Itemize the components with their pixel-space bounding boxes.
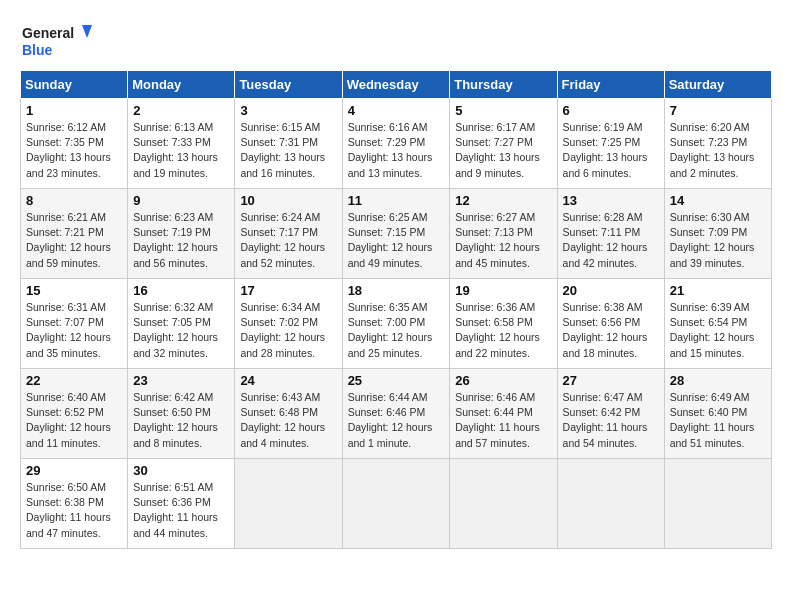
cell-content: Sunrise: 6:25 AMSunset: 7:15 PMDaylight:… bbox=[348, 210, 445, 271]
calendar-table: SundayMondayTuesdayWednesdayThursdayFrid… bbox=[20, 70, 772, 549]
cell-content: Sunrise: 6:43 AMSunset: 6:48 PMDaylight:… bbox=[240, 390, 336, 451]
calendar-cell: 25Sunrise: 6:44 AMSunset: 6:46 PMDayligh… bbox=[342, 369, 450, 459]
weekday-header: Friday bbox=[557, 71, 664, 99]
cell-content: Sunrise: 6:24 AMSunset: 7:17 PMDaylight:… bbox=[240, 210, 336, 271]
cell-content: Sunrise: 6:23 AMSunset: 7:19 PMDaylight:… bbox=[133, 210, 229, 271]
calendar-cell: 21Sunrise: 6:39 AMSunset: 6:54 PMDayligh… bbox=[664, 279, 771, 369]
cell-content: Sunrise: 6:50 AMSunset: 6:38 PMDaylight:… bbox=[26, 480, 122, 541]
cell-content: Sunrise: 6:30 AMSunset: 7:09 PMDaylight:… bbox=[670, 210, 766, 271]
calendar-cell: 28Sunrise: 6:49 AMSunset: 6:40 PMDayligh… bbox=[664, 369, 771, 459]
weekday-header: Thursday bbox=[450, 71, 557, 99]
calendar-cell: 4Sunrise: 6:16 AMSunset: 7:29 PMDaylight… bbox=[342, 99, 450, 189]
day-number: 29 bbox=[26, 463, 122, 478]
cell-content: Sunrise: 6:28 AMSunset: 7:11 PMDaylight:… bbox=[563, 210, 659, 271]
svg-text:General: General bbox=[22, 25, 74, 41]
cell-content: Sunrise: 6:36 AMSunset: 6:58 PMDaylight:… bbox=[455, 300, 551, 361]
calendar-cell: 20Sunrise: 6:38 AMSunset: 6:56 PMDayligh… bbox=[557, 279, 664, 369]
calendar-cell: 29Sunrise: 6:50 AMSunset: 6:38 PMDayligh… bbox=[21, 459, 128, 549]
calendar-header-row: SundayMondayTuesdayWednesdayThursdayFrid… bbox=[21, 71, 772, 99]
calendar-cell: 1Sunrise: 6:12 AMSunset: 7:35 PMDaylight… bbox=[21, 99, 128, 189]
calendar-cell: 27Sunrise: 6:47 AMSunset: 6:42 PMDayligh… bbox=[557, 369, 664, 459]
logo-icon: GeneralBlue bbox=[20, 20, 100, 60]
cell-content: Sunrise: 6:42 AMSunset: 6:50 PMDaylight:… bbox=[133, 390, 229, 451]
cell-content: Sunrise: 6:47 AMSunset: 6:42 PMDaylight:… bbox=[563, 390, 659, 451]
day-number: 27 bbox=[563, 373, 659, 388]
calendar-cell bbox=[235, 459, 342, 549]
weekday-header: Saturday bbox=[664, 71, 771, 99]
day-number: 25 bbox=[348, 373, 445, 388]
cell-content: Sunrise: 6:21 AMSunset: 7:21 PMDaylight:… bbox=[26, 210, 122, 271]
calendar-cell: 7Sunrise: 6:20 AMSunset: 7:23 PMDaylight… bbox=[664, 99, 771, 189]
day-number: 23 bbox=[133, 373, 229, 388]
cell-content: Sunrise: 6:46 AMSunset: 6:44 PMDaylight:… bbox=[455, 390, 551, 451]
cell-content: Sunrise: 6:15 AMSunset: 7:31 PMDaylight:… bbox=[240, 120, 336, 181]
calendar-cell: 2Sunrise: 6:13 AMSunset: 7:33 PMDaylight… bbox=[128, 99, 235, 189]
cell-content: Sunrise: 6:13 AMSunset: 7:33 PMDaylight:… bbox=[133, 120, 229, 181]
day-number: 20 bbox=[563, 283, 659, 298]
day-number: 14 bbox=[670, 193, 766, 208]
day-number: 24 bbox=[240, 373, 336, 388]
day-number: 3 bbox=[240, 103, 336, 118]
calendar-cell: 5Sunrise: 6:17 AMSunset: 7:27 PMDaylight… bbox=[450, 99, 557, 189]
weekday-header: Wednesday bbox=[342, 71, 450, 99]
cell-content: Sunrise: 6:17 AMSunset: 7:27 PMDaylight:… bbox=[455, 120, 551, 181]
cell-content: Sunrise: 6:49 AMSunset: 6:40 PMDaylight:… bbox=[670, 390, 766, 451]
calendar-week-row: 22Sunrise: 6:40 AMSunset: 6:52 PMDayligh… bbox=[21, 369, 772, 459]
weekday-header: Monday bbox=[128, 71, 235, 99]
cell-content: Sunrise: 6:44 AMSunset: 6:46 PMDaylight:… bbox=[348, 390, 445, 451]
day-number: 28 bbox=[670, 373, 766, 388]
calendar-cell: 23Sunrise: 6:42 AMSunset: 6:50 PMDayligh… bbox=[128, 369, 235, 459]
calendar-cell: 24Sunrise: 6:43 AMSunset: 6:48 PMDayligh… bbox=[235, 369, 342, 459]
calendar-cell: 8Sunrise: 6:21 AMSunset: 7:21 PMDaylight… bbox=[21, 189, 128, 279]
cell-content: Sunrise: 6:38 AMSunset: 6:56 PMDaylight:… bbox=[563, 300, 659, 361]
cell-content: Sunrise: 6:39 AMSunset: 6:54 PMDaylight:… bbox=[670, 300, 766, 361]
calendar-cell bbox=[450, 459, 557, 549]
calendar-cell: 14Sunrise: 6:30 AMSunset: 7:09 PMDayligh… bbox=[664, 189, 771, 279]
calendar-cell: 15Sunrise: 6:31 AMSunset: 7:07 PMDayligh… bbox=[21, 279, 128, 369]
weekday-header: Tuesday bbox=[235, 71, 342, 99]
calendar-cell: 17Sunrise: 6:34 AMSunset: 7:02 PMDayligh… bbox=[235, 279, 342, 369]
cell-content: Sunrise: 6:32 AMSunset: 7:05 PMDaylight:… bbox=[133, 300, 229, 361]
cell-content: Sunrise: 6:35 AMSunset: 7:00 PMDaylight:… bbox=[348, 300, 445, 361]
calendar-cell: 26Sunrise: 6:46 AMSunset: 6:44 PMDayligh… bbox=[450, 369, 557, 459]
cell-content: Sunrise: 6:16 AMSunset: 7:29 PMDaylight:… bbox=[348, 120, 445, 181]
calendar-cell bbox=[557, 459, 664, 549]
calendar-cell bbox=[342, 459, 450, 549]
cell-content: Sunrise: 6:19 AMSunset: 7:25 PMDaylight:… bbox=[563, 120, 659, 181]
calendar-week-row: 15Sunrise: 6:31 AMSunset: 7:07 PMDayligh… bbox=[21, 279, 772, 369]
cell-content: Sunrise: 6:27 AMSunset: 7:13 PMDaylight:… bbox=[455, 210, 551, 271]
page-header: GeneralBlue bbox=[20, 20, 772, 60]
calendar-cell: 12Sunrise: 6:27 AMSunset: 7:13 PMDayligh… bbox=[450, 189, 557, 279]
calendar-body: 1Sunrise: 6:12 AMSunset: 7:35 PMDaylight… bbox=[21, 99, 772, 549]
weekday-header: Sunday bbox=[21, 71, 128, 99]
day-number: 9 bbox=[133, 193, 229, 208]
calendar-cell: 9Sunrise: 6:23 AMSunset: 7:19 PMDaylight… bbox=[128, 189, 235, 279]
day-number: 8 bbox=[26, 193, 122, 208]
calendar-week-row: 29Sunrise: 6:50 AMSunset: 6:38 PMDayligh… bbox=[21, 459, 772, 549]
day-number: 11 bbox=[348, 193, 445, 208]
day-number: 16 bbox=[133, 283, 229, 298]
day-number: 12 bbox=[455, 193, 551, 208]
calendar-cell: 18Sunrise: 6:35 AMSunset: 7:00 PMDayligh… bbox=[342, 279, 450, 369]
day-number: 22 bbox=[26, 373, 122, 388]
day-number: 10 bbox=[240, 193, 336, 208]
cell-content: Sunrise: 6:20 AMSunset: 7:23 PMDaylight:… bbox=[670, 120, 766, 181]
calendar-cell: 13Sunrise: 6:28 AMSunset: 7:11 PMDayligh… bbox=[557, 189, 664, 279]
calendar-cell bbox=[664, 459, 771, 549]
day-number: 2 bbox=[133, 103, 229, 118]
cell-content: Sunrise: 6:51 AMSunset: 6:36 PMDaylight:… bbox=[133, 480, 229, 541]
day-number: 30 bbox=[133, 463, 229, 478]
cell-content: Sunrise: 6:12 AMSunset: 7:35 PMDaylight:… bbox=[26, 120, 122, 181]
day-number: 21 bbox=[670, 283, 766, 298]
day-number: 1 bbox=[26, 103, 122, 118]
calendar-cell: 22Sunrise: 6:40 AMSunset: 6:52 PMDayligh… bbox=[21, 369, 128, 459]
day-number: 15 bbox=[26, 283, 122, 298]
day-number: 19 bbox=[455, 283, 551, 298]
calendar-cell: 10Sunrise: 6:24 AMSunset: 7:17 PMDayligh… bbox=[235, 189, 342, 279]
day-number: 6 bbox=[563, 103, 659, 118]
logo: GeneralBlue bbox=[20, 20, 100, 60]
day-number: 4 bbox=[348, 103, 445, 118]
calendar-week-row: 1Sunrise: 6:12 AMSunset: 7:35 PMDaylight… bbox=[21, 99, 772, 189]
calendar-cell: 3Sunrise: 6:15 AMSunset: 7:31 PMDaylight… bbox=[235, 99, 342, 189]
svg-text:Blue: Blue bbox=[22, 42, 53, 58]
